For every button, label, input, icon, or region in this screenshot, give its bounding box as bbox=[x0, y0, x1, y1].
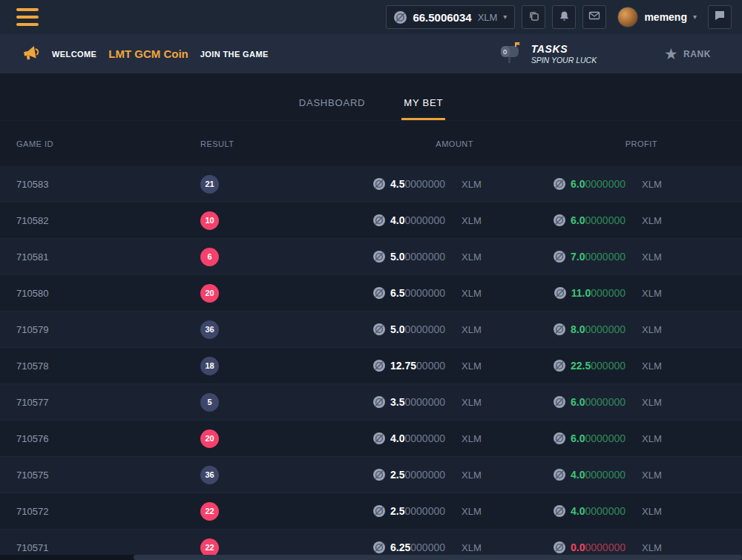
amount-currency: XLM bbox=[462, 433, 487, 444]
profit-value: 6.00000000 bbox=[571, 396, 626, 408]
profit-value: 22.5000000 bbox=[571, 360, 626, 372]
tasks-button[interactable]: 0 TASKS SPIN YOUR LUCK bbox=[497, 41, 597, 67]
welcome-banner: WELCOME LMT GCM Coin JOIN THE GAME 0 TAS… bbox=[0, 34, 742, 73]
coin-icon bbox=[373, 251, 385, 263]
amount-currency: XLM bbox=[462, 251, 487, 263]
tab-my-bet[interactable]: MY BET bbox=[401, 97, 445, 120]
result-cell: 10 bbox=[200, 211, 362, 230]
chat-icon bbox=[714, 10, 726, 24]
horizontal-scrollbar[interactable] bbox=[0, 555, 742, 560]
coin-icon bbox=[554, 432, 565, 444]
result-cell: 36 bbox=[200, 320, 362, 339]
rank-label: RANK bbox=[683, 49, 711, 59]
copy-icon bbox=[528, 10, 539, 24]
table-row[interactable]: 710578 18 12.7500000 XLM 22.5000000 XLM bbox=[0, 348, 742, 384]
notifications-button[interactable] bbox=[552, 5, 576, 29]
column-header-game-id: GAME ID bbox=[16, 139, 200, 148]
amount-currency: XLM bbox=[462, 179, 487, 190]
coin-name: LMT GCM Coin bbox=[108, 47, 188, 60]
coin-icon bbox=[373, 323, 385, 335]
tasks-text: TASKS SPIN YOUR LUCK bbox=[531, 43, 597, 65]
amount-cell: 5.00000000 bbox=[362, 251, 445, 263]
profit-currency: XLM bbox=[642, 433, 667, 444]
profit-value: 8.00000000 bbox=[571, 323, 626, 335]
coin-icon bbox=[373, 287, 385, 299]
profit-value: 11.0000000 bbox=[571, 287, 626, 299]
coin-icon bbox=[394, 11, 407, 24]
profit-cell: 7.00000000 bbox=[487, 251, 626, 263]
amount-currency: XLM bbox=[462, 506, 487, 517]
column-header-amount: AMOUNT bbox=[362, 139, 473, 148]
balance-selector[interactable]: 66.5006034 XLM ▾ bbox=[386, 5, 515, 29]
result-badge: 36 bbox=[200, 466, 219, 484]
coin-icon bbox=[554, 541, 565, 553]
amount-cell: 6.50000000 bbox=[362, 287, 445, 299]
profit-value: 7.00000000 bbox=[571, 251, 626, 263]
result-badge: 5 bbox=[200, 393, 219, 412]
table-row[interactable]: 710576 20 4.00000000 XLM 6.00000000 XLM bbox=[0, 421, 742, 457]
menu-button[interactable] bbox=[16, 8, 39, 26]
amount-currency: XLM bbox=[462, 470, 487, 481]
result-cell: 18 bbox=[200, 357, 362, 375]
amount-value: 4.00000000 bbox=[390, 432, 445, 444]
amount-value: 2.50000000 bbox=[390, 505, 445, 517]
profit-cell: 4.00000000 bbox=[487, 469, 626, 481]
svg-text:0: 0 bbox=[503, 48, 507, 56]
megaphone-icon bbox=[21, 42, 43, 65]
profit-currency: XLM bbox=[642, 397, 667, 408]
scrollbar-thumb[interactable] bbox=[134, 555, 742, 560]
welcome-prefix: WELCOME bbox=[52, 50, 96, 59]
result-cell: 22 bbox=[200, 538, 362, 557]
table-row[interactable]: 710583 21 4.50000000 XLM 6.00000000 XLM bbox=[0, 166, 742, 202]
result-cell: 36 bbox=[200, 466, 362, 484]
amount-value: 12.7500000 bbox=[390, 360, 445, 372]
profit-currency: XLM bbox=[642, 324, 667, 335]
table-row[interactable]: 710581 6 5.00000000 XLM 7.00000000 XLM bbox=[0, 239, 742, 275]
table-row[interactable]: 710575 36 2.50000000 XLM 4.00000000 XLM bbox=[0, 457, 742, 493]
chat-button[interactable] bbox=[708, 5, 732, 29]
join-the-game: JOIN THE GAME bbox=[200, 50, 269, 59]
result-badge: 6 bbox=[200, 248, 219, 266]
coin-icon bbox=[554, 214, 565, 226]
rank-button[interactable]: ★ RANK bbox=[665, 47, 711, 61]
table-row[interactable]: 710572 22 2.50000000 XLM 4.00000000 XLM bbox=[0, 493, 742, 530]
amount-cell: 4.00000000 bbox=[362, 432, 445, 444]
coin-icon bbox=[373, 541, 385, 553]
coin-icon bbox=[373, 214, 385, 226]
result-badge: 10 bbox=[200, 211, 219, 230]
table-row[interactable]: 710579 36 5.00000000 XLM 8.00000000 XLM bbox=[0, 312, 742, 348]
bet-table-body: 710583 21 4.50000000 XLM 6.00000000 XLM … bbox=[0, 166, 742, 560]
profit-currency: XLM bbox=[642, 470, 667, 481]
amount-currency: XLM bbox=[462, 324, 487, 335]
messages-button[interactable] bbox=[582, 5, 606, 29]
table-row[interactable]: 710580 20 6.50000000 XLM 11.0000000 XLM bbox=[0, 275, 742, 312]
amount-value: 5.00000000 bbox=[390, 251, 445, 263]
amount-value: 6.25000000 bbox=[390, 541, 445, 553]
coin-icon bbox=[373, 178, 385, 190]
amount-value: 4.00000000 bbox=[390, 214, 445, 226]
tab-dashboard[interactable]: DASHBOARD bbox=[297, 97, 368, 120]
amount-cell: 12.7500000 bbox=[362, 360, 445, 372]
table-row[interactable]: 710577 5 3.50000000 XLM 6.00000000 XLM bbox=[0, 384, 742, 421]
coin-icon bbox=[373, 469, 385, 481]
result-cell: 22 bbox=[200, 502, 362, 521]
amount-currency: XLM bbox=[462, 215, 487, 226]
game-id: 710572 bbox=[16, 506, 200, 517]
profit-cell: 11.0000000 bbox=[487, 287, 626, 299]
coin-icon bbox=[554, 469, 565, 481]
profit-cell: 0.00000000 bbox=[487, 541, 626, 553]
profit-currency: XLM bbox=[642, 360, 667, 372]
result-cell: 6 bbox=[200, 248, 362, 266]
result-cell: 20 bbox=[200, 429, 362, 448]
balance-currency: XLM bbox=[478, 12, 498, 23]
profit-cell: 6.00000000 bbox=[487, 214, 626, 226]
result-cell: 20 bbox=[200, 284, 362, 303]
balance-value: 66.5006034 bbox=[413, 11, 471, 24]
user-menu[interactable]: memeng ▾ bbox=[617, 7, 697, 27]
banner-right: 0 TASKS SPIN YOUR LUCK ★ RANK bbox=[497, 41, 720, 67]
game-id: 710579 bbox=[16, 324, 200, 335]
result-cell: 21 bbox=[200, 175, 362, 194]
table-row[interactable]: 710582 10 4.00000000 XLM 6.00000000 XLM bbox=[0, 202, 742, 239]
profit-cell: 4.00000000 bbox=[487, 505, 626, 517]
copy-button[interactable] bbox=[522, 5, 545, 29]
